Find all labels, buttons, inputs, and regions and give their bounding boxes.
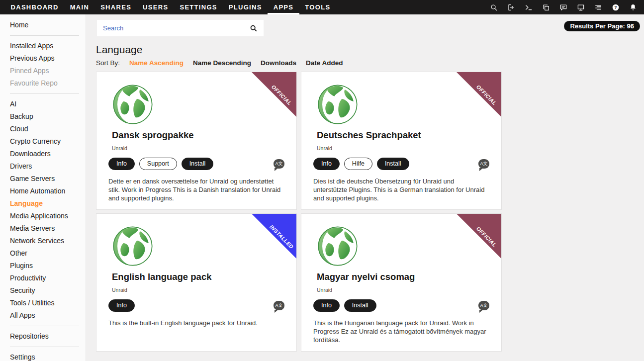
sidebar-divider xyxy=(10,347,79,347)
app-description: This is the built-in English language pa… xyxy=(108,319,284,327)
info-button[interactable]: Info xyxy=(313,299,340,312)
app-description: Dette er en dansk oversættelse for Unrai… xyxy=(108,177,284,202)
globe-icon xyxy=(316,225,359,268)
app-title: Dansk sprogpakke xyxy=(112,130,296,141)
app-author: Unraid xyxy=(317,287,501,293)
copy-icon[interactable] xyxy=(542,3,550,11)
sidebar-item-plugins[interactable]: Plugins xyxy=(0,260,86,272)
nav-item-shares[interactable]: SHARES xyxy=(95,0,137,14)
top-nav: DASHBOARDMAINSHARESUSERSSETTINGSPLUGINSA… xyxy=(0,0,644,14)
sort-option-name-ascending[interactable]: Name Ascending xyxy=(129,59,184,67)
sidebar-item-media-servers[interactable]: Media Servers xyxy=(0,222,86,235)
app-card-english-language-pack: INSTALLED English language packUnraidInf… xyxy=(96,213,297,352)
sidebar-item-settings[interactable]: Settings xyxy=(0,351,86,361)
nav-icons: ? xyxy=(490,3,639,11)
sidebar-item-pinned-apps[interactable]: Pinned Apps xyxy=(0,65,86,77)
sidebar-item-other[interactable]: Other xyxy=(0,247,86,260)
sidebar-item-downloaders[interactable]: Downloaders xyxy=(0,148,86,160)
install-button[interactable]: Install xyxy=(344,299,376,312)
help-icon[interactable]: ? xyxy=(612,3,620,11)
sidebar: HomeInstalled AppsPrevious AppsPinned Ap… xyxy=(0,14,86,361)
sort-options: Name AscendingName DescendingDownloadsDa… xyxy=(129,59,343,67)
sort-row: Sort By: Name AscendingName DescendingDo… xyxy=(96,59,640,67)
sidebar-item-previous-apps[interactable]: Previous Apps xyxy=(0,52,86,65)
nav-item-main[interactable]: MAIN xyxy=(64,0,94,14)
app-description: This is the Hungarian language pack for … xyxy=(313,319,489,344)
monitor-icon[interactable] xyxy=(577,3,585,11)
hilfe-button[interactable]: Hilfe xyxy=(344,158,372,170)
sort-option-downloads[interactable]: Downloads xyxy=(261,59,296,67)
nav-item-apps[interactable]: APPS xyxy=(268,0,299,14)
sidebar-item-backup[interactable]: Backup xyxy=(0,110,86,123)
app-title: Magyar nyelvi csomag xyxy=(317,271,501,282)
translate-icon[interactable]: A文 xyxy=(478,301,489,310)
sort-option-date-added[interactable]: Date Added xyxy=(306,59,343,67)
nav-item-plugins[interactable]: PLUGINS xyxy=(223,0,268,14)
sidebar-item-network-services[interactable]: Network Services xyxy=(0,235,86,247)
app-card-grid: OFFICIAL Dansk sprogpakkeUnraidInfoSuppo… xyxy=(96,72,640,352)
info-button[interactable]: Info xyxy=(108,158,135,170)
install-button[interactable]: Install xyxy=(182,158,214,170)
globe-icon xyxy=(316,83,359,126)
sidebar-item-home[interactable]: Home xyxy=(0,19,86,31)
install-button[interactable]: Install xyxy=(377,158,409,170)
feedback-icon[interactable] xyxy=(559,3,567,11)
app-card-dansk-sprogpakke: OFFICIAL Dansk sprogpakkeUnraidInfoSuppo… xyxy=(96,72,297,210)
svg-text:?: ? xyxy=(614,5,617,10)
app-card-deutsches-sprachpaket: OFFICIAL Deutsches SprachpaketUnraidInfo… xyxy=(301,72,502,210)
sidebar-item-drivers[interactable]: Drivers xyxy=(0,160,86,173)
sidebar-divider xyxy=(10,35,79,36)
logout-icon[interactable] xyxy=(507,3,515,11)
sidebar-item-repositories[interactable]: Repositories xyxy=(0,330,86,343)
nav-item-settings[interactable]: SETTINGS xyxy=(174,0,223,14)
sidebar-divider xyxy=(10,93,79,94)
sidebar-item-security[interactable]: Security xyxy=(0,284,86,297)
sidebar-item-all-apps[interactable]: All Apps xyxy=(0,309,86,322)
sidebar-item-crypto-currency[interactable]: Crypto Currency xyxy=(0,135,86,148)
info-button[interactable]: Info xyxy=(108,299,135,312)
search-box xyxy=(97,20,264,36)
sidebar-item-game-servers[interactable]: Game Servers xyxy=(0,173,86,185)
search-icon[interactable] xyxy=(490,3,498,11)
sidebar-divider xyxy=(10,326,79,326)
info-button[interactable]: Info xyxy=(313,158,340,170)
globe-icon xyxy=(111,83,154,126)
sort-option-name-descending[interactable]: Name Descending xyxy=(193,59,251,67)
terminal-icon[interactable] xyxy=(525,3,533,11)
app-author: Unraid xyxy=(112,287,296,293)
official-ribbon xyxy=(252,72,296,117)
page-title: Language xyxy=(96,44,640,56)
app-author: Unraid xyxy=(317,145,501,151)
official-ribbon xyxy=(457,214,501,259)
sidebar-item-ai[interactable]: AI xyxy=(0,98,86,110)
nav-item-dashboard[interactable]: DASHBOARD xyxy=(5,0,64,14)
search-input[interactable] xyxy=(103,24,250,32)
sidebar-item-media-applications[interactable]: Media Applications xyxy=(0,210,86,222)
results-per-page-badge[interactable]: Results Per Page: 96 xyxy=(564,21,640,31)
sidebar-item-home-automation[interactable]: Home Automation xyxy=(0,185,86,197)
translate-icon[interactable]: A文 xyxy=(478,159,489,169)
app-author: Unraid xyxy=(112,145,296,151)
sidebar-item-language[interactable]: Language xyxy=(0,197,86,210)
app-button-row: InfoHilfeInstallA文 xyxy=(313,158,489,170)
translate-icon[interactable]: A文 xyxy=(274,301,284,310)
content-area: Results Per Page: 96 Language Sort By: N… xyxy=(87,14,644,361)
log-icon[interactable] xyxy=(594,3,602,11)
translate-icon[interactable]: A文 xyxy=(274,159,284,169)
app-button-row: InfoSupportInstallA文 xyxy=(108,158,284,170)
sidebar-item-installed-apps[interactable]: Installed Apps xyxy=(0,40,86,52)
app-title: Deutsches Sprachpaket xyxy=(317,130,501,141)
nav-item-tools[interactable]: TOOLS xyxy=(299,0,336,14)
support-button[interactable]: Support xyxy=(139,158,177,170)
sidebar-item-productivity[interactable]: Productivity xyxy=(0,272,86,284)
sidebar-item-cloud[interactable]: Cloud xyxy=(0,123,86,135)
sidebar-item-tools-utilities[interactable]: Tools / Utilities xyxy=(0,297,86,309)
official-ribbon xyxy=(457,72,501,117)
bell-icon[interactable] xyxy=(629,3,637,11)
search-icon[interactable] xyxy=(250,24,258,32)
nav-item-users[interactable]: USERS xyxy=(137,0,174,14)
app-button-row: InfoInstallA文 xyxy=(313,299,489,311)
sort-by-label: Sort By: xyxy=(96,59,120,67)
app-button-row: InfoA文 xyxy=(108,299,284,311)
sidebar-item-favourite-repo[interactable]: Favourite Repo xyxy=(0,77,86,90)
